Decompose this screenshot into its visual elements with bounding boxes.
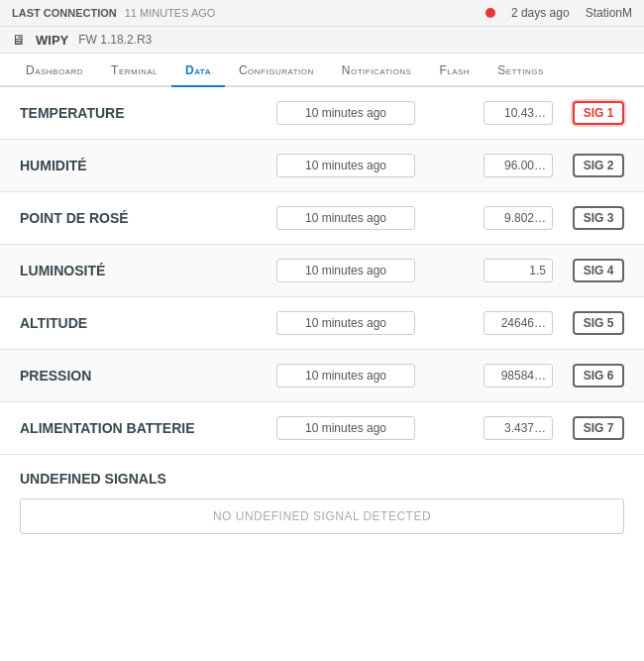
- last-connection-time: 11 MINUTES AGO: [125, 7, 216, 19]
- tab-dashboard[interactable]: Dashboard: [12, 54, 97, 87]
- sensor-name: LUMINOSITÉ: [20, 263, 218, 278]
- sensor-value: [483, 364, 563, 387]
- sensor-name: ALTITUDE: [20, 315, 218, 331]
- sensor-time-input[interactable]: [276, 154, 415, 177]
- sensor-value-input[interactable]: [483, 206, 553, 230]
- sensor-name: PRESSION: [20, 368, 218, 384]
- days-ago: 2 days ago: [511, 6, 570, 20]
- sensor-time-input[interactable]: [276, 206, 415, 230]
- sensor-value: [483, 259, 563, 282]
- sensor-value: [483, 154, 563, 177]
- sensor-value-input[interactable]: [483, 416, 553, 440]
- sensor-value: [483, 416, 563, 440]
- sensor-row: LUMINOSITÉ SIG 4: [0, 245, 644, 297]
- sensor-value-input[interactable]: [483, 154, 553, 177]
- sensor-value: [483, 311, 563, 335]
- sig-button[interactable]: SIG 3: [573, 206, 624, 230]
- tab-configuration[interactable]: Configuration: [225, 54, 328, 87]
- sensor-row: HUMIDITÉ SIG 2: [0, 140, 644, 192]
- sensor-time-input[interactable]: [276, 101, 415, 125]
- sensor-time: [218, 416, 474, 440]
- sensor-value-input[interactable]: [483, 101, 553, 125]
- device-bar: 🖥 WIPY FW 1.18.2.R3: [0, 27, 644, 54]
- sensor-time-input[interactable]: [276, 364, 415, 387]
- connection-info: LAST CONNECTION 11 MINUTES AGO: [12, 7, 215, 19]
- tab-terminal[interactable]: Terminal: [97, 54, 171, 87]
- sensor-time-input[interactable]: [276, 311, 415, 335]
- no-signal-message: NO UNDEFINED SIGNAL DETECTED: [20, 498, 624, 534]
- sensor-row: TEMPERATURE SIG 1: [0, 87, 644, 140]
- sensor-row: ALTITUDE SIG 5: [0, 297, 644, 350]
- sensor-time-input[interactable]: [276, 416, 415, 440]
- nav-tabs: Dashboard Terminal Data Configuration No…: [0, 54, 644, 87]
- sensor-name: HUMIDITÉ: [20, 158, 218, 173]
- tab-notifications[interactable]: Notifications: [328, 54, 426, 87]
- undefined-signals-title: UNDEFINED SIGNALS: [20, 471, 624, 487]
- top-bar: LAST CONNECTION 11 MINUTES AGO 2 days ag…: [0, 0, 644, 27]
- device-icon: 🖥: [12, 32, 26, 48]
- sig-button[interactable]: SIG 5: [573, 311, 624, 335]
- sensor-name: POINT DE ROSÉ: [20, 210, 218, 226]
- firmware-label: FW 1.18.2.R3: [78, 33, 152, 47]
- sensor-time: [218, 364, 474, 387]
- sensor-value-input[interactable]: [483, 364, 553, 387]
- last-connection-label: LAST CONNECTION: [12, 7, 117, 19]
- tab-flash[interactable]: Flash: [425, 54, 483, 87]
- sensor-time-input[interactable]: [276, 259, 415, 282]
- sensor-time: [218, 311, 474, 335]
- sig-button[interactable]: SIG 1: [573, 101, 624, 125]
- station-name: StationM: [586, 6, 632, 20]
- sensor-time: [218, 154, 474, 177]
- sensor-row: ALIMENTATION BATTERIE SIG 7: [0, 402, 644, 455]
- sig-button[interactable]: SIG 4: [573, 259, 624, 282]
- sensor-name: TEMPERATURE: [20, 105, 218, 121]
- status-dot: [485, 8, 495, 18]
- sensor-name: ALIMENTATION BATTERIE: [20, 420, 218, 436]
- sensor-value-input[interactable]: [483, 259, 553, 282]
- sensor-time: [218, 259, 474, 282]
- sensor-value-input[interactable]: [483, 311, 553, 335]
- sensor-value: [483, 101, 563, 125]
- main-content: TEMPERATURE SIG 1 HUMIDITÉ SIG 2 POINT D…: [0, 87, 644, 550]
- sig-button[interactable]: SIG 2: [573, 154, 624, 177]
- sig-button[interactable]: SIG 6: [573, 364, 624, 387]
- sig-button[interactable]: SIG 7: [573, 416, 624, 440]
- sensor-row: POINT DE ROSÉ SIG 3: [0, 192, 644, 245]
- sensor-row: PRESSION SIG 6: [0, 350, 644, 402]
- device-name: WIPY: [36, 33, 68, 48]
- sensor-time: [218, 206, 474, 230]
- tab-data[interactable]: Data: [171, 54, 225, 87]
- tab-settings[interactable]: Settings: [483, 54, 558, 87]
- sensor-value: [483, 206, 563, 230]
- sensor-time: [218, 101, 474, 125]
- undefined-signals-section: UNDEFINED SIGNALS NO UNDEFINED SIGNAL DE…: [0, 455, 644, 550]
